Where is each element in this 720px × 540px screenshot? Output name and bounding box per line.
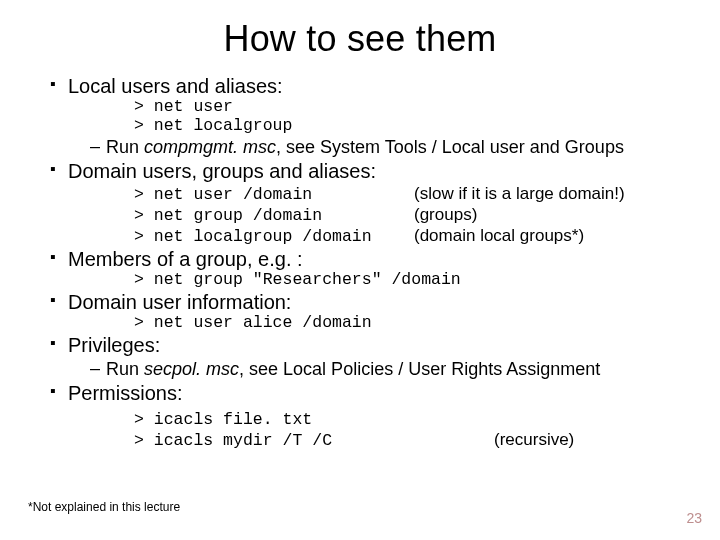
section-heading: Domain user information: — [68, 291, 291, 313]
code-cmd: > icacls mydir /T /C — [134, 432, 494, 451]
section-members: Members of a group, e.g. : > net group "… — [50, 247, 692, 290]
code-rows: > net user /domain (slow if it is a larg… — [134, 184, 692, 247]
page-number: 23 — [686, 510, 702, 526]
code-note: (groups) — [414, 205, 477, 225]
slide: How to see them Local users and aliases:… — [0, 0, 720, 540]
sub-text-pre: Run — [106, 359, 144, 379]
section-permissions: Permissions: > icacls file. txt > icacls… — [50, 381, 692, 451]
sub-item: Run secpol. msc, see Local Policies / Us… — [90, 358, 692, 381]
section-local-users: Local users and aliases: > net user > ne… — [50, 74, 692, 159]
code-note: (recursive) — [494, 430, 574, 450]
section-privileges: Privileges: Run secpol. msc, see Local P… — [50, 333, 692, 380]
section-heading: Domain users, groups and aliases: — [68, 160, 376, 182]
sub-text-post: , see Local Policies / User Rights Assig… — [239, 359, 600, 379]
code-cmd: > net group /domain — [134, 207, 414, 226]
section-heading: Local users and aliases: — [68, 75, 283, 97]
content-list: Local users and aliases: > net user > ne… — [28, 74, 692, 451]
code-rows: > icacls file. txt > icacls mydir /T /C … — [134, 411, 692, 451]
section-domain-users: Domain users, groups and aliases: > net … — [50, 159, 692, 246]
sub-list: Run secpol. msc, see Local Policies / Us… — [68, 358, 692, 381]
section-heading: Members of a group, e.g. : — [68, 248, 303, 270]
section-heading: Privileges: — [68, 334, 160, 356]
code-row: > net group /domain (groups) — [134, 205, 692, 226]
code-row: > net localgroup /domain (domain local g… — [134, 226, 692, 247]
sub-text-post: , see System Tools / Local user and Grou… — [276, 137, 624, 157]
code-block: > net user > net localgroup — [134, 98, 692, 136]
sub-text-ital: compmgmt. msc — [144, 137, 276, 157]
code-block: > net group "Researchers" /domain — [134, 271, 692, 290]
code-note: (slow if it is a large domain!) — [414, 184, 625, 204]
code-row: > icacls mydir /T /C (recursive) — [134, 430, 692, 451]
slide-title: How to see them — [28, 18, 692, 60]
sub-list: Run compmgmt. msc, see System Tools / Lo… — [68, 136, 692, 159]
code-block: > net user alice /domain — [134, 314, 692, 333]
code-cmd: > net localgroup /domain — [134, 228, 414, 247]
sub-text-ital: secpol. msc — [144, 359, 239, 379]
sub-text-pre: Run — [106, 137, 144, 157]
section-domain-user-info: Domain user information: > net user alic… — [50, 290, 692, 333]
code-row: > net user /domain (slow if it is a larg… — [134, 184, 692, 205]
code-cmd: > icacls file. txt — [134, 411, 494, 430]
code-cmd: > net user /domain — [134, 186, 414, 205]
sub-item: Run compmgmt. msc, see System Tools / Lo… — [90, 136, 692, 159]
code-note: (domain local groups*) — [414, 226, 584, 246]
code-row: > icacls file. txt — [134, 411, 692, 430]
footnote: *Not explained in this lecture — [28, 500, 180, 514]
section-heading: Permissions: — [68, 382, 182, 404]
